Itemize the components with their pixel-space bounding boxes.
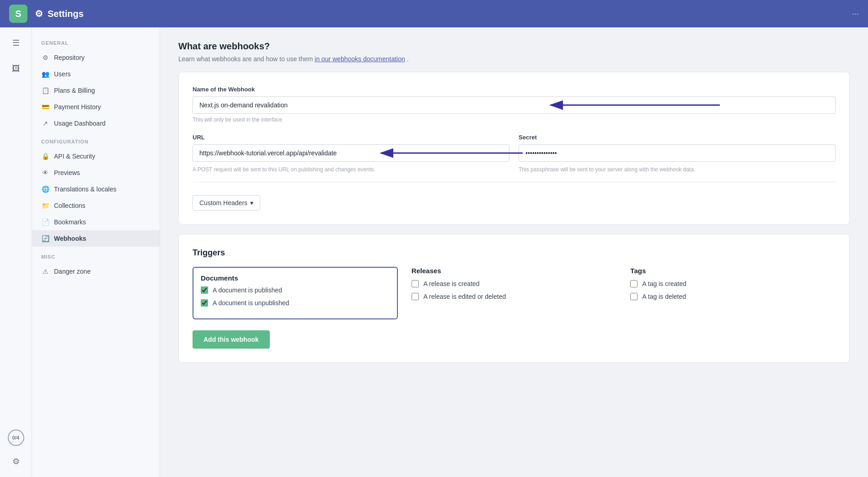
usage-icon: ↗ <box>41 119 49 127</box>
trigger-item-tag-deleted: A tag is deleted <box>630 293 836 300</box>
releases-trigger-group: Releases A release is created A release … <box>412 267 617 319</box>
sidebar-item-previews[interactable]: 👁 Previews <box>32 164 160 181</box>
collections-icon: 📁 <box>41 201 49 210</box>
tag-created-checkbox[interactable] <box>630 280 638 287</box>
previews-icon: 👁 <box>41 169 49 177</box>
image-icon[interactable]: 🖼 <box>8 60 24 77</box>
sidebar-item-payment-history[interactable]: 💳 Payment History <box>32 99 160 115</box>
release-created-checkbox[interactable] <box>412 280 419 287</box>
sidebar-label-plans-billing: Plans & Billing <box>54 87 95 94</box>
billing-icon: 📋 <box>41 86 49 95</box>
sidebar-label-api-security: API & Security <box>54 153 95 160</box>
release-edited-checkbox[interactable] <box>412 293 419 300</box>
main-content: What are webhooks? Learn what webhooks a… <box>160 27 868 477</box>
name-label: Name of the Webhook <box>193 86 836 93</box>
configuration-section-label: CONFIGURATION <box>32 139 160 148</box>
sidebar-label-usage-dashboard: Usage Dashboard <box>54 120 106 127</box>
sidebar-item-repository[interactable]: ⚙ Repository <box>32 49 160 66</box>
trigger-item-tag-created: A tag is created <box>630 280 836 287</box>
intro-section: What are webhooks? Learn what webhooks a… <box>178 41 850 63</box>
topbar-title: ⚙ Settings <box>35 8 84 19</box>
triggers-card: Triggers Documents A document is publish… <box>178 234 850 363</box>
sidebar-item-danger-zone[interactable]: ⚠ Danger zone <box>32 263 160 280</box>
sidebar-label-payment-history: Payment History <box>54 103 101 111</box>
gear-icon: ⚙ <box>35 8 43 19</box>
misc-section-label: MISC <box>32 254 160 263</box>
sidebar-item-translations[interactable]: 🌐 Translations & locales <box>32 181 160 197</box>
intro-text-suffix: . <box>407 55 409 63</box>
secret-hint: This passphrase will be sent to your ser… <box>519 166 836 173</box>
doc-unpublished-checkbox[interactable] <box>201 299 208 307</box>
sidebar-label-danger-zone: Danger zone <box>54 268 91 275</box>
payment-icon: 💳 <box>41 103 49 111</box>
add-webhook-button[interactable]: Add this webhook <box>193 330 270 349</box>
sidebar-label-previews: Previews <box>54 169 80 176</box>
sidebar-label-translations: Translations & locales <box>54 186 116 193</box>
sidebar-item-bookmarks[interactable]: 📄 Bookmarks <box>32 214 160 230</box>
danger-icon: ⚠ <box>41 267 49 276</box>
counter-badge: 0/4 <box>8 429 24 446</box>
topbar: S ⚙ Settings ··· <box>0 0 868 27</box>
settings-title: Settings <box>48 9 84 19</box>
sidebar-label-repository: Repository <box>54 54 85 61</box>
webhook-url-input[interactable] <box>193 144 509 162</box>
api-icon: 🔒 <box>41 152 49 160</box>
app-logo: S <box>9 5 27 23</box>
url-field-wrapper <box>193 144 509 162</box>
sidebar-item-collections[interactable]: 📁 Collections <box>32 197 160 214</box>
url-label: URL <box>193 134 509 141</box>
release-edited-label: A release is edited or deleted <box>423 293 506 300</box>
sidebar: GENERAL ⚙ Repository 👥 Users 📋 Plans & B… <box>32 27 160 477</box>
custom-headers-button[interactable]: Custom Headers ▾ <box>193 195 260 211</box>
sidebar-item-webhooks[interactable]: 🔄 Webhooks <box>32 230 160 247</box>
webhooks-docs-link[interactable]: in our webhooks documentation <box>315 55 405 63</box>
intro-title: What are webhooks? <box>178 41 850 52</box>
webhooks-icon: 🔄 <box>41 234 49 243</box>
url-hint: A POST request will be sent to this URL … <box>193 166 509 173</box>
tags-trigger-group: Tags A tag is created A tag is deleted <box>630 267 836 319</box>
url-secret-labels: URL Secret <box>193 134 836 144</box>
secret-label: Secret <box>519 134 836 141</box>
sidebar-label-webhooks: Webhooks <box>54 235 86 242</box>
url-secret-hints: A POST request will be sent to this URL … <box>193 164 836 173</box>
sidebar-item-plans-billing[interactable]: 📋 Plans & Billing <box>32 82 160 99</box>
menu-icon[interactable]: ☰ <box>8 35 24 51</box>
tag-created-label: A tag is created <box>642 280 686 287</box>
name-field-wrapper <box>193 96 836 114</box>
releases-group-title: Releases <box>412 267 617 275</box>
doc-published-checkbox[interactable] <box>201 286 208 294</box>
release-created-label: A release is created <box>423 280 480 287</box>
users-icon: 👥 <box>41 70 49 78</box>
intro-text: Learn what webhooks are and how to use t… <box>178 55 850 63</box>
name-hint: This will only be used in the interface <box>193 117 836 123</box>
ellipsis-icon: ··· <box>852 9 859 18</box>
name-field-section: Name of the Webhook This will only be us… <box>193 86 836 123</box>
sidebar-item-users[interactable]: 👥 Users <box>32 66 160 82</box>
general-section-label: GENERAL <box>32 40 160 49</box>
tags-group-title: Tags <box>630 267 836 275</box>
form-divider <box>193 182 836 182</box>
translations-icon: 🌐 <box>41 185 49 193</box>
webhook-form-card: Name of the Webhook This will only be us… <box>178 72 850 225</box>
icon-bar: ☰ 🖼 0/4 ⚙ <box>0 27 32 477</box>
webhook-name-input[interactable] <box>193 96 836 114</box>
trigger-item-release-created: A release is created <box>412 280 617 287</box>
add-webhook-label: Add this webhook <box>204 336 259 343</box>
documents-trigger-group: Documents A document is published A docu… <box>193 267 398 319</box>
logo-text: S <box>15 9 21 19</box>
intro-text-content: Learn what webhooks are and how to use t… <box>178 55 315 63</box>
webhook-secret-input[interactable] <box>519 144 836 162</box>
documents-group-title: Documents <box>201 274 390 282</box>
settings-icon[interactable]: ⚙ <box>8 453 24 470</box>
trigger-item-release-edited: A release is edited or deleted <box>412 293 617 300</box>
secret-field-wrapper <box>519 144 836 162</box>
sidebar-label-collections: Collections <box>54 202 85 209</box>
triggers-grid: Documents A document is published A docu… <box>193 267 836 319</box>
tag-deleted-checkbox[interactable] <box>630 293 638 300</box>
doc-unpublished-label: A document is unpublished <box>213 299 289 307</box>
sidebar-item-usage-dashboard[interactable]: ↗ Usage Dashboard <box>32 115 160 132</box>
trigger-item-doc-published: A document is published <box>201 286 390 294</box>
sidebar-item-api-security[interactable]: 🔒 API & Security <box>32 148 160 164</box>
bookmarks-icon: 📄 <box>41 218 49 226</box>
doc-published-label: A document is published <box>213 286 282 294</box>
